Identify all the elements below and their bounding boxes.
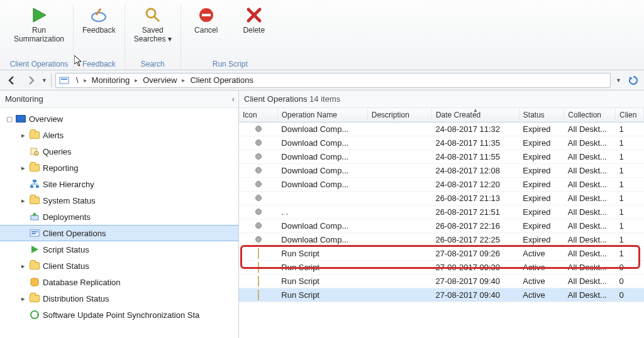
tree-item[interactable]: ▸Distribution Status: [0, 290, 238, 307]
col-date-created[interactable]: Date Created: [431, 108, 519, 123]
tree-item-label: System Status: [43, 196, 96, 205]
cell-status: Expired: [519, 164, 564, 178]
table-row[interactable]: Download Comp...24-08-2017 12:08ExpiredA…: [239, 164, 644, 178]
expander-icon[interactable]: ▸: [19, 131, 28, 139]
cell-operation-name: [277, 192, 367, 205]
tree-item-label: Client Status: [43, 261, 89, 271]
breadcrumb-dropdown-icon[interactable]: ▼: [616, 77, 621, 84]
table-row[interactable]: Download Comp...24-08-2017 11:32ExpiredA…: [239, 123, 644, 136]
expander-icon[interactable]: ▸: [19, 197, 28, 205]
col-collection[interactable]: Collection: [564, 108, 616, 123]
tree-item[interactable]: ▸Reporting: [0, 160, 238, 176]
table-row[interactable]: Download Comp...26-08-2017 22:25ExpiredA…: [239, 233, 644, 247]
saved-searches-button[interactable]: Saved Searches ▾: [131, 4, 174, 45]
script-icon: [258, 262, 259, 273]
feedback-button[interactable]: Feedback: [80, 4, 118, 36]
svg-marker-30: [36, 313, 38, 316]
cell-date-created: 27-08-2017 09:40: [431, 275, 519, 288]
tree-item-icon: [29, 129, 40, 141]
cell-date-created: 27-08-2017 09:40: [431, 288, 519, 302]
svg-rect-10: [60, 77, 69, 84]
operations-table: Icon Operation Name Description Date Cre…: [239, 108, 644, 302]
tree-item-icon: [15, 113, 26, 124]
table-row[interactable]: Run Script27-08-2017 09:30ActiveAll Desk…: [239, 261, 644, 275]
col-description[interactable]: Description: [367, 108, 431, 123]
cell-collection: All Deskt...: [564, 123, 616, 136]
results-title: Client Operations: [244, 94, 307, 104]
cell-collection: All Deskt...: [564, 275, 616, 288]
cell-status: Expired: [519, 205, 564, 219]
cancel-label: Cancel: [194, 26, 218, 35]
table-row[interactable]: . .26-08-2017 21:51ExpiredAll Deskt...1: [239, 205, 644, 219]
expander-icon[interactable]: ▸: [19, 164, 28, 172]
tree-item[interactable]: Client Operations: [0, 225, 238, 241]
cell-date-created: 24-08-2017 11:35: [431, 136, 519, 150]
col-operation-name[interactable]: Operation Name: [277, 108, 367, 123]
breadcrumb[interactable]: \ ▸ Monitoring ▸ Overview ▸ Client Opera…: [55, 73, 611, 88]
col-clients[interactable]: Clien: [616, 108, 644, 123]
expander-icon[interactable]: ▸: [19, 295, 28, 303]
history-dropdown-icon[interactable]: ▼: [42, 77, 47, 84]
tree-item-icon: [29, 276, 40, 288]
table-row[interactable]: Download Comp...24-08-2017 12:20ExpiredA…: [239, 178, 644, 192]
cell-clients: 1: [616, 192, 644, 205]
cell-status: Expired: [519, 192, 564, 205]
cell-clients: 1: [616, 233, 644, 247]
tree-item[interactable]: Deployments: [0, 209, 238, 225]
cell-clients: 1: [616, 150, 644, 164]
leftnav-title-text: Monitoring: [5, 94, 43, 104]
run-summarization-button[interactable]: Run Summarization: [11, 4, 67, 45]
refresh-button[interactable]: [626, 74, 640, 87]
delete-button[interactable]: Delete: [235, 4, 273, 36]
cancel-button[interactable]: Cancel: [187, 4, 225, 36]
table-row[interactable]: 26-08-2017 21:13ExpiredAll Deskt...1: [239, 192, 644, 205]
tree-item-icon: [29, 195, 40, 206]
svg-point-1: [92, 13, 106, 21]
cell-collection: All Deskt...: [564, 233, 616, 247]
expander-icon[interactable]: ▸: [19, 262, 28, 270]
expander-icon[interactable]: ▢: [5, 115, 14, 123]
tree-item-label: Software Update Point Synchronization St…: [43, 310, 199, 320]
tree-item[interactable]: ▢Overview: [0, 111, 238, 127]
cell-collection: All Deskt...: [564, 164, 616, 178]
cell-collection: All Deskt...: [564, 205, 616, 219]
col-status[interactable]: Status: [519, 108, 564, 123]
tree-item[interactable]: Software Update Point Synchronization St…: [0, 307, 238, 323]
ribbon-toolbar: Run Summarization Client Operations Feed…: [0, 0, 644, 70]
breadcrumb-monitoring[interactable]: Monitoring: [88, 75, 134, 85]
cell-collection: All Deskt...: [564, 150, 616, 164]
cell-operation-name: Run Script: [277, 275, 367, 288]
collapse-pane-icon[interactable]: ‹: [232, 94, 235, 104]
table-row[interactable]: Run Script27-08-2017 09:40ActiveAll Desk…: [239, 275, 644, 288]
tree-item[interactable]: Site Hierarchy: [0, 176, 238, 192]
breadcrumb-overview[interactable]: Overview: [139, 75, 180, 85]
cell-date-created: 27-08-2017 09:30: [431, 261, 519, 275]
cell-description: [367, 288, 431, 302]
forward-button[interactable]: [23, 73, 39, 88]
tree-item[interactable]: ▸Alerts: [0, 127, 238, 143]
magnifier-icon: [143, 5, 163, 25]
breadcrumb-client-operations[interactable]: Client Operations: [186, 75, 257, 85]
back-button[interactable]: [4, 73, 20, 88]
tree-item[interactable]: Queries: [0, 143, 238, 160]
table-row[interactable]: Download Comp...24-08-2017 11:55ExpiredA…: [239, 150, 644, 164]
status-dot-icon: [255, 236, 262, 243]
table-row[interactable]: Run Script27-08-2017 09:26ActiveAll Desk…: [239, 247, 644, 261]
tree-item[interactable]: Script Status: [0, 241, 238, 258]
cell-date-created: 24-08-2017 11:55: [431, 150, 519, 164]
breadcrumb-root[interactable]: \: [72, 75, 82, 85]
cell-description: [367, 219, 431, 233]
tree-item[interactable]: ▸Client Status: [0, 258, 238, 274]
ribbon-group-label: Client Operations: [5, 60, 73, 68]
cell-clients: 1: [616, 247, 644, 261]
tree-item-icon: [29, 309, 40, 320]
table-row[interactable]: Download Comp...24-08-2017 11:35ExpiredA…: [239, 136, 644, 150]
tree-item[interactable]: Database Replication: [0, 274, 238, 290]
results-grid[interactable]: Icon Operation Name Description Date Cre…: [239, 108, 644, 338]
table-row[interactable]: Download Comp...26-08-2017 22:16ExpiredA…: [239, 219, 644, 233]
tree-item[interactable]: ▸System Status: [0, 192, 238, 209]
ribbon-group-client-operations: Run Summarization Client Operations: [5, 4, 73, 70]
table-row[interactable]: Run Script27-08-2017 09:40ActiveAll Desk…: [239, 288, 644, 302]
col-icon[interactable]: Icon: [239, 108, 277, 123]
script-icon: [258, 248, 259, 259]
